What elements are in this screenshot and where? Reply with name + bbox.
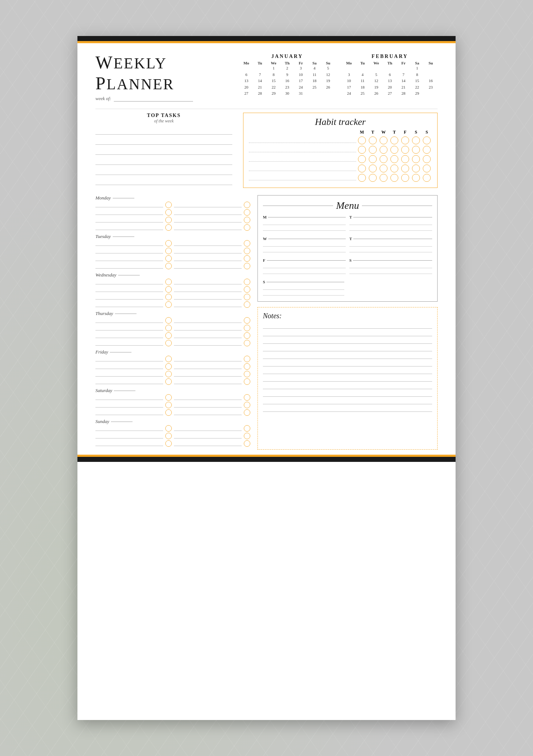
thursday-row [95, 317, 250, 324]
tuesday-row [95, 255, 250, 262]
habit-tracker-area: Habit tracker M T W T F S S [243, 113, 438, 188]
sunday-row [95, 440, 250, 447]
task-line-2[interactable] [95, 138, 232, 145]
habit-circle[interactable] [412, 155, 420, 163]
habit-circle[interactable] [412, 165, 420, 172]
habit-circle[interactable] [423, 155, 431, 163]
notes-line[interactable] [263, 346, 432, 351]
notes-line[interactable] [263, 324, 432, 329]
habit-circle[interactable] [412, 174, 420, 182]
habit-row-1 [249, 136, 432, 144]
habit-circle[interactable] [369, 146, 377, 154]
february-row-1: 1 [342, 65, 438, 72]
habit-circle[interactable] [369, 136, 377, 144]
habit-circle[interactable] [412, 146, 420, 154]
notes-line[interactable] [263, 361, 432, 366]
habit-circle[interactable] [380, 136, 388, 144]
sunday-section: Sunday [95, 419, 250, 447]
habit-row-5 [249, 174, 432, 182]
habit-circle[interactable] [390, 174, 398, 182]
saturday-row [95, 394, 250, 401]
habit-circle[interactable] [390, 136, 398, 144]
habit-tracker-title: Habit tracker [249, 117, 432, 127]
habit-circle[interactable] [390, 165, 398, 172]
monday-row [95, 209, 250, 216]
notes-line[interactable] [263, 384, 432, 389]
thursday-label: Thursday [95, 311, 250, 316]
habit-circle[interactable] [380, 146, 388, 154]
habit-circle[interactable] [380, 174, 388, 182]
habit-circle[interactable] [358, 174, 366, 182]
page-title: Weekly Planner [95, 52, 232, 94]
notes-line[interactable] [263, 331, 432, 336]
february-title: FEBRUARY [342, 54, 438, 59]
monday-row [95, 224, 250, 231]
january-header: Mo Tu We Th Fr Sa Su [239, 61, 335, 65]
notes-line[interactable] [263, 354, 432, 359]
task-line-1[interactable] [95, 127, 232, 135]
schedule-menu-row: Monday Tuesday [95, 195, 438, 450]
habit-circle[interactable] [358, 155, 366, 163]
sunday-row [95, 433, 250, 439]
habit-circle[interactable] [401, 136, 409, 144]
habit-circle[interactable] [380, 165, 388, 172]
menu-saturday: S [349, 258, 432, 275]
saturday-rows [95, 394, 250, 416]
top-tasks-title: TOP TASKS [95, 113, 232, 118]
habit-circle[interactable] [390, 146, 398, 154]
habit-circle[interactable] [423, 136, 431, 144]
friday-row [95, 378, 250, 385]
habit-circle[interactable] [390, 155, 398, 163]
menu-wednesday: W [263, 237, 346, 254]
habit-circle[interactable] [369, 155, 377, 163]
january-row-5: 2728293031 [239, 90, 335, 97]
habit-circle[interactable] [358, 136, 366, 144]
friday-section: Friday [95, 349, 250, 385]
notes-line[interactable] [263, 369, 432, 374]
top-border [77, 36, 456, 41]
habit-circle[interactable] [358, 146, 366, 154]
notes-line[interactable] [263, 377, 432, 382]
notes-line[interactable] [263, 399, 432, 404]
habit-circle[interactable] [401, 174, 409, 182]
habit-circle[interactable] [412, 136, 420, 144]
notes-line[interactable] [263, 407, 432, 412]
habit-circle[interactable] [401, 165, 409, 172]
habit-row-3 [249, 155, 432, 163]
thursday-section: Thursday [95, 311, 250, 346]
habit-circle[interactable] [369, 174, 377, 182]
notes-line[interactable] [263, 339, 432, 344]
header-row: Weekly Planner week of: JANUARY Mo Tu [95, 52, 438, 102]
habit-row-2 [249, 146, 432, 154]
task-line-4[interactable] [95, 158, 232, 165]
habit-circle[interactable] [401, 155, 409, 163]
task-line-6[interactable] [95, 178, 232, 185]
notes-title: Notes: [263, 312, 432, 320]
menu-tuesday: T [349, 215, 432, 232]
friday-row [95, 356, 250, 362]
habit-circle[interactable] [369, 165, 377, 172]
task-line-5[interactable] [95, 168, 232, 175]
tasks-habits-row: TOP TASKS of the week Habit tracker M T … [95, 113, 438, 188]
top-tasks-subtitle: of the week [95, 118, 232, 124]
january-row-4: 20212223242526 [239, 84, 335, 91]
saturday-row [95, 402, 250, 408]
habit-circle[interactable] [423, 174, 431, 182]
title-area: Weekly Planner week of: [95, 52, 232, 102]
task-line-3[interactable] [95, 148, 232, 155]
habit-days-header: M T W T F S S [249, 130, 432, 135]
habit-circle[interactable] [358, 165, 366, 172]
january-row-2: 6789101112 [239, 72, 335, 78]
notes-line[interactable] [263, 392, 432, 397]
friday-row [95, 371, 250, 377]
january-row-3: 13141516171819 [239, 78, 335, 84]
habit-circle[interactable] [380, 155, 388, 163]
february-row-4: 17181920212223 [342, 84, 438, 91]
habit-circle[interactable] [401, 146, 409, 154]
habit-circle[interactable] [423, 165, 431, 172]
tuesday-rows [95, 240, 250, 269]
monday-rows [95, 202, 250, 231]
monday-label: Monday [95, 195, 250, 201]
week-of-line [114, 101, 193, 102]
habit-circle[interactable] [423, 146, 431, 154]
